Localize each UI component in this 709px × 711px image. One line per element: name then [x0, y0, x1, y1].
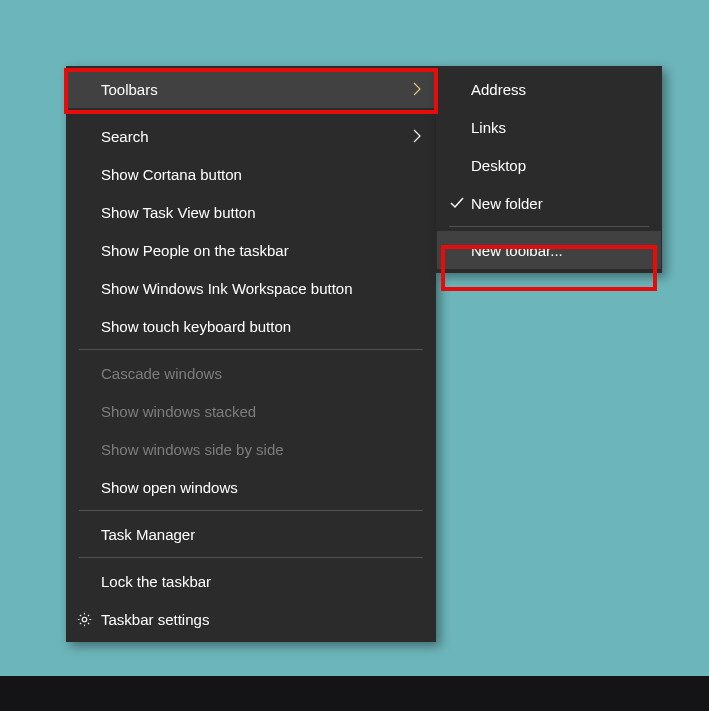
menu-item-show-touch-keyboard[interactable]: Show touch keyboard button [67, 307, 435, 345]
menu-label: Links [471, 119, 647, 136]
menu-item-search[interactable]: Search [67, 117, 435, 155]
menu-label: Show windows side by side [101, 441, 421, 458]
menu-label: Address [471, 81, 647, 98]
chevron-right-icon [407, 129, 421, 143]
submenu-item-new-toolbar[interactable]: New toolbar... [437, 231, 661, 269]
menu-label: Show Cortana button [101, 166, 421, 183]
menu-separator [449, 226, 649, 227]
menu-separator [79, 557, 423, 558]
menu-label: Toolbars [101, 81, 407, 98]
submenu-item-links[interactable]: Links [437, 108, 661, 146]
menu-label: Cascade windows [101, 365, 421, 382]
menu-separator [79, 112, 423, 113]
menu-label: Show open windows [101, 479, 421, 496]
chevron-right-icon [407, 82, 421, 96]
menu-separator [79, 510, 423, 511]
check-icon [449, 195, 465, 211]
menu-label: Show windows stacked [101, 403, 421, 420]
menu-item-show-task-view[interactable]: Show Task View button [67, 193, 435, 231]
toolbars-submenu: Address Links Desktop New folder New too… [436, 66, 662, 273]
menu-label: New toolbar... [471, 242, 647, 259]
menu-label: Desktop [471, 157, 647, 174]
menu-item-cascade-windows: Cascade windows [67, 354, 435, 392]
submenu-item-address[interactable]: Address [437, 70, 661, 108]
svg-point-0 [82, 617, 87, 622]
menu-label: Show Windows Ink Workspace button [101, 280, 421, 297]
menu-item-stacked-windows: Show windows stacked [67, 392, 435, 430]
menu-label: Show touch keyboard button [101, 318, 421, 335]
menu-label: Task Manager [101, 526, 421, 543]
menu-item-show-open-windows[interactable]: Show open windows [67, 468, 435, 506]
menu-label: New folder [471, 195, 647, 212]
menu-label: Lock the taskbar [101, 573, 421, 590]
submenu-item-desktop[interactable]: Desktop [437, 146, 661, 184]
menu-item-side-by-side: Show windows side by side [67, 430, 435, 468]
taskbar-strip [0, 676, 709, 711]
menu-item-show-people[interactable]: Show People on the taskbar [67, 231, 435, 269]
taskbar-context-menu: Toolbars Search Show Cortana button Show… [66, 66, 436, 642]
menu-label: Taskbar settings [101, 611, 421, 628]
gear-icon [75, 610, 93, 628]
menu-item-lock-taskbar[interactable]: Lock the taskbar [67, 562, 435, 600]
submenu-item-new-folder[interactable]: New folder [437, 184, 661, 222]
menu-item-show-ink-workspace[interactable]: Show Windows Ink Workspace button [67, 269, 435, 307]
menu-item-show-cortana[interactable]: Show Cortana button [67, 155, 435, 193]
menu-item-toolbars[interactable]: Toolbars [67, 70, 435, 108]
menu-label: Search [101, 128, 407, 145]
menu-item-taskbar-settings[interactable]: Taskbar settings [67, 600, 435, 638]
menu-label: Show Task View button [101, 204, 421, 221]
menu-label: Show People on the taskbar [101, 242, 421, 259]
menu-item-task-manager[interactable]: Task Manager [67, 515, 435, 553]
menu-separator [79, 349, 423, 350]
